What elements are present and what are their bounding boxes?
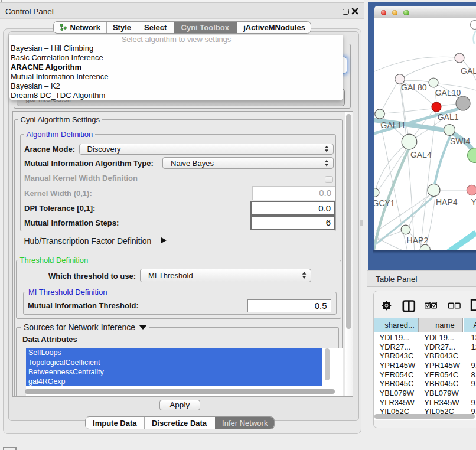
svg-text:SWI4: SWI4 (450, 136, 470, 146)
svg-text:GAL80: GAL80 (401, 83, 427, 92)
svg-text:YJ: YJ (471, 197, 476, 207)
svg-text:HAP4: HAP4 (436, 197, 458, 207)
svg-text:GAL2: GAL2 (461, 66, 476, 76)
svg-text:GAL4: GAL4 (410, 150, 432, 159)
svg-text:HAP2: HAP2 (407, 236, 429, 245)
svg-text:GCY1: GCY1 (374, 198, 395, 208)
svg-text:GAL1: GAL1 (438, 112, 459, 122)
svg-text:GAL10: GAL10 (435, 88, 461, 97)
svg-text:GAL11: GAL11 (381, 120, 406, 130)
